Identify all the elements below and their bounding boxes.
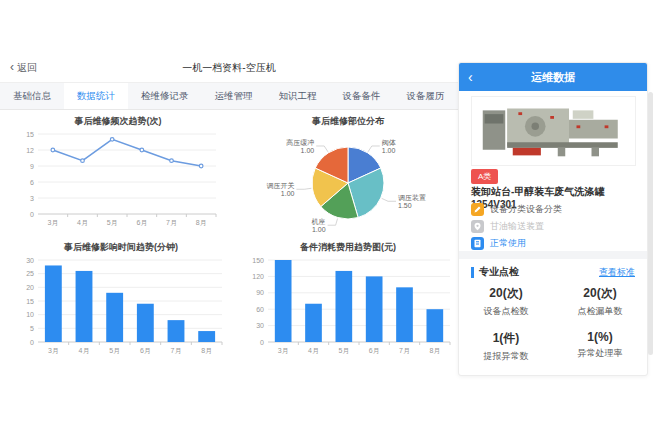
svg-text:5月: 5月 (107, 219, 118, 227)
status-icon (471, 237, 484, 250)
svg-text:15: 15 (26, 131, 34, 138)
svg-text:20: 20 (26, 284, 34, 291)
operation-data-panel: ‹ 运维数据 A类 装卸站台-甲醇装车废 (458, 62, 648, 376)
svg-text:30: 30 (26, 257, 34, 264)
svg-text:12: 12 (26, 147, 34, 154)
stat-label: 设备点检数 (459, 305, 553, 318)
meta-row-category: 设备分类设备分类 (471, 203, 562, 216)
meta-label: 甘油输送装置 (490, 220, 544, 233)
bar-chart-cost: 03060901201503月4月5月6月7月8月 (238, 254, 458, 358)
svg-text:1.50: 1.50 (398, 202, 412, 209)
svg-text:1.00: 1.00 (281, 190, 295, 197)
section-divider (459, 251, 647, 259)
stat-value: 1(%) (553, 330, 647, 344)
chart-card-spare-cost: 备件消耗费用趋势图(元) 03060901201503月4月5月6月7月8月 (238, 240, 458, 362)
svg-text:8月: 8月 (201, 347, 212, 355)
svg-text:阀体: 阀体 (382, 139, 396, 147)
svg-text:9: 9 (30, 163, 34, 170)
svg-text:15: 15 (26, 298, 34, 305)
svg-text:1.00: 1.00 (312, 226, 326, 233)
tab-1[interactable]: 数据统计 (64, 83, 128, 109)
svg-text:6: 6 (30, 179, 34, 186)
line-chart: 036912153月4月5月6月7月8月 (12, 128, 224, 230)
svg-text:1.00: 1.00 (301, 147, 315, 154)
location-icon (471, 220, 484, 233)
tab-0[interactable]: 基础信息 (0, 83, 64, 109)
page-title: 一机一档资料-空压机 (0, 61, 458, 75)
svg-text:调压开关: 调压开关 (266, 181, 294, 190)
svg-text:4月: 4月 (308, 347, 319, 355)
svg-text:10: 10 (26, 311, 34, 318)
chart-card-part-distribution: 事后维修部位分布 阀体1.00调压装置1.50机座1.00调压开关1.00高压缓… (236, 114, 460, 238)
svg-text:6月: 6月 (136, 219, 147, 227)
chart-title: 事后维修影响时间趋势(分钟) (12, 240, 230, 254)
stat-label: 点检漏单数 (553, 305, 647, 318)
svg-text:4月: 4月 (79, 347, 90, 355)
svg-text:3月: 3月 (47, 219, 58, 227)
svg-text:5月: 5月 (109, 347, 120, 355)
svg-text:7月: 7月 (399, 347, 410, 355)
svg-text:3月: 3月 (278, 347, 289, 355)
svg-text:1.00: 1.00 (382, 147, 396, 154)
meta-label: 设备分类设备分类 (490, 203, 562, 216)
stat-abnormal-count: 1(件) 提报异常数 (459, 330, 553, 363)
svg-text:7月: 7月 (171, 347, 182, 355)
stats-grid: 20(次) 设备点检数 20(次) 点检漏单数 1(件) 提报异常数 1(%) … (459, 285, 647, 363)
svg-text:高压缓冲: 高压缓冲 (286, 139, 314, 146)
chart-card-downtime: 事后维修影响时间趋势(分钟) 0510152025303月4月5月6月7月8月 (12, 240, 230, 362)
page-header: ‹返回 一机一档资料-空压机 (0, 56, 458, 82)
svg-text:8月: 8月 (196, 219, 207, 227)
svg-text:150: 150 (252, 257, 264, 264)
svg-text:6月: 6月 (140, 347, 151, 355)
panel-title: 运维数据 (459, 70, 647, 85)
svg-text:30: 30 (256, 322, 264, 329)
meta-row-status: 正常使用 (471, 237, 526, 250)
stat-missed-count: 20(次) 点检漏单数 (553, 285, 647, 318)
svg-text:6月: 6月 (369, 347, 380, 355)
tab-bar: 基础信息数据统计检维修记录运维管理知识工程设备备件设备履历 (0, 83, 458, 110)
section-header: 专业点检 (471, 265, 519, 279)
svg-text:5月: 5月 (338, 347, 349, 355)
stat-inspection-count: 20(次) 设备点检数 (459, 285, 553, 318)
machine-illustration (479, 101, 629, 161)
svg-text:0: 0 (30, 211, 34, 218)
chart-title: 事后维修部位分布 (236, 114, 460, 128)
stat-value: 20(次) (553, 285, 647, 302)
svg-text:3: 3 (30, 195, 34, 202)
status-label: 正常使用 (490, 237, 526, 250)
view-standard-link[interactable]: 查看标准 (599, 266, 635, 279)
chart-title: 事后维修频次趋势(次) (12, 114, 224, 128)
svg-text:3月: 3月 (48, 347, 59, 355)
svg-text:8月: 8月 (429, 347, 440, 355)
section-accent-bar (471, 267, 474, 278)
svg-text:60: 60 (256, 306, 264, 313)
tab-6[interactable]: 设备履历 (394, 83, 458, 109)
stat-value: 20(次) (459, 285, 553, 302)
app-window: ‹返回 一机一档资料-空压机 基础信息数据统计检维修记录运维管理知识工程设备备件… (0, 0, 658, 429)
svg-text:调压装置: 调压装置 (398, 194, 426, 202)
tab-2[interactable]: 检维修记录 (128, 83, 202, 109)
svg-text:7月: 7月 (166, 219, 177, 227)
svg-text:120: 120 (252, 273, 264, 280)
bar-chart-minutes: 0510152025303月4月5月6月7月8月 (12, 254, 230, 358)
svg-text:25: 25 (26, 270, 34, 277)
category-icon (471, 203, 484, 216)
stat-handle-rate: 1(%) 异常处理率 (553, 330, 647, 363)
tab-3[interactable]: 运维管理 (202, 83, 266, 109)
panel-header: ‹ 运维数据 (459, 63, 647, 91)
tab-4[interactable]: 知识工程 (266, 83, 330, 109)
svg-text:90: 90 (256, 289, 264, 296)
svg-text:5: 5 (30, 325, 34, 332)
tab-5[interactable]: 设备备件 (330, 83, 394, 109)
svg-text:0: 0 (260, 339, 264, 346)
section-title: 专业点检 (479, 265, 519, 279)
chart-card-repair-frequency: 事后维修频次趋势(次) 036912153月4月5月6月7月8月 (12, 114, 224, 234)
svg-text:4月: 4月 (77, 219, 88, 227)
svg-text:0: 0 (30, 339, 34, 346)
stat-label: 异常处理率 (553, 347, 647, 360)
svg-text:机座: 机座 (312, 218, 326, 226)
panel-scrollbar[interactable] (648, 92, 653, 355)
chart-title: 备件消耗费用趋势图(元) (238, 240, 458, 254)
stat-value: 1(件) (459, 330, 553, 347)
meta-row-location: 甘油输送装置 (471, 220, 544, 233)
